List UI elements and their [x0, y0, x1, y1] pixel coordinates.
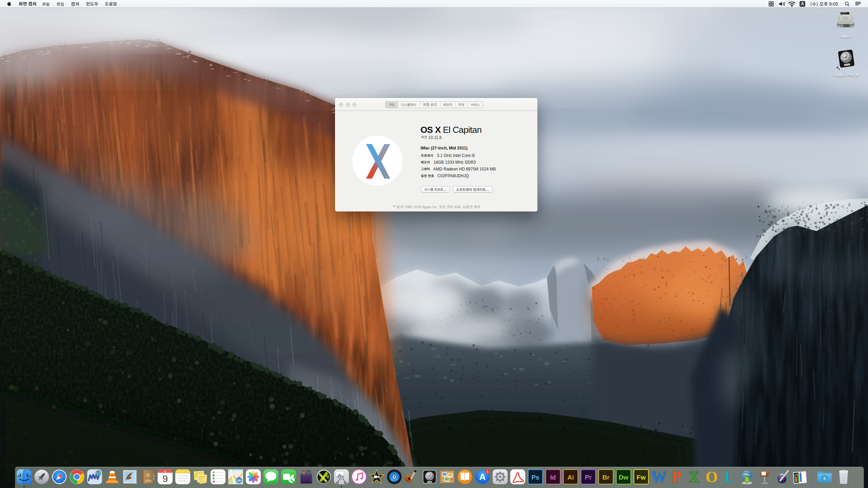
svg-text:12: 12: [164, 470, 166, 472]
svg-text:L: L: [724, 469, 735, 485]
svg-text:9: 9: [162, 473, 168, 484]
svg-text:3D: 3D: [237, 479, 241, 482]
svg-text:P: P: [672, 469, 681, 485]
svg-text:Ai: Ai: [568, 474, 574, 481]
svg-text:Ps: Ps: [531, 474, 539, 481]
svg-text:Dw: Dw: [619, 474, 629, 481]
svg-text:Id: Id: [550, 474, 556, 481]
svg-text:X: X: [688, 469, 699, 485]
svg-text:1: 1: [487, 470, 489, 474]
svg-text:Pr: Pr: [585, 474, 592, 481]
svg-text:Fw: Fw: [637, 474, 646, 481]
svg-text:Br: Br: [602, 474, 610, 481]
svg-text:O: O: [706, 469, 718, 485]
svg-text:A: A: [479, 472, 486, 482]
svg-text:W: W: [651, 469, 667, 485]
